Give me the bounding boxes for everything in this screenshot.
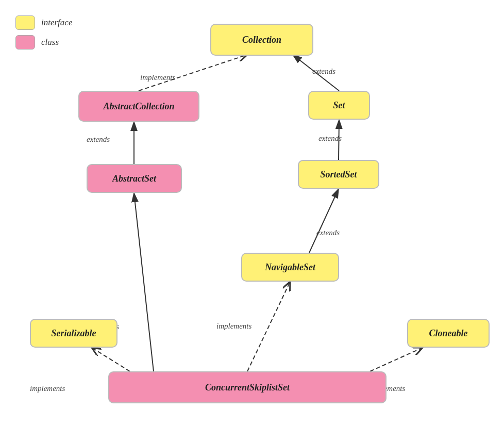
- svg-line-7: [247, 282, 290, 371]
- legend-interface: interface: [15, 15, 72, 30]
- edge-label-extends-set: extends: [318, 134, 342, 143]
- diagram-container: interface class: [0, 0, 504, 441]
- node-navigable-set-label: NavigableSet: [265, 262, 315, 273]
- legend-interface-box: [15, 15, 35, 30]
- node-concurrent-skiplist-set: ConcurrentSkiplistSet: [108, 371, 387, 403]
- node-navigable-set: NavigableSet: [241, 253, 339, 282]
- edge-label-extends-collection: extends: [312, 67, 335, 76]
- node-abstract-collection-label: AbstractCollection: [103, 101, 174, 112]
- node-sorted-set: SortedSet: [298, 160, 379, 189]
- legend: interface class: [15, 15, 72, 55]
- node-concurrent-skiplist-set-label: ConcurrentSkiplistSet: [205, 382, 290, 393]
- node-abstract-set-label: AbstractSet: [112, 173, 156, 184]
- node-sorted-set-label: SortedSet: [320, 169, 357, 180]
- node-serializable-label: Serializable: [51, 328, 96, 339]
- svg-line-5: [339, 120, 339, 160]
- svg-line-9: [370, 348, 423, 371]
- node-serializable: Serializable: [30, 319, 117, 348]
- node-abstract-collection: AbstractCollection: [78, 91, 199, 122]
- node-collection-label: Collection: [242, 35, 281, 45]
- legend-class: class: [15, 35, 72, 50]
- node-cloneable-label: Cloneable: [429, 328, 468, 339]
- edge-label-extends-abstractcollection: extends: [87, 135, 110, 144]
- edge-label-implements-navigableset: implements: [216, 322, 251, 331]
- node-abstract-set: AbstractSet: [87, 164, 182, 193]
- node-cloneable: Cloneable: [407, 319, 490, 348]
- legend-class-label: class: [41, 37, 59, 47]
- svg-line-3: [134, 193, 154, 371]
- svg-line-8: [92, 348, 130, 371]
- edge-label-implements-collection: implements: [140, 73, 175, 82]
- node-collection: Collection: [210, 24, 313, 56]
- svg-line-6: [309, 189, 339, 253]
- node-set-label: Set: [333, 100, 345, 111]
- legend-interface-label: interface: [41, 18, 72, 28]
- svg-line-1: [139, 55, 247, 91]
- svg-line-4: [293, 55, 339, 91]
- legend-class-box: [15, 35, 35, 50]
- edge-label-implements-serializable: implements: [30, 384, 65, 393]
- node-set: Set: [308, 91, 370, 120]
- edge-label-extends-sortedset: extends: [316, 228, 340, 237]
